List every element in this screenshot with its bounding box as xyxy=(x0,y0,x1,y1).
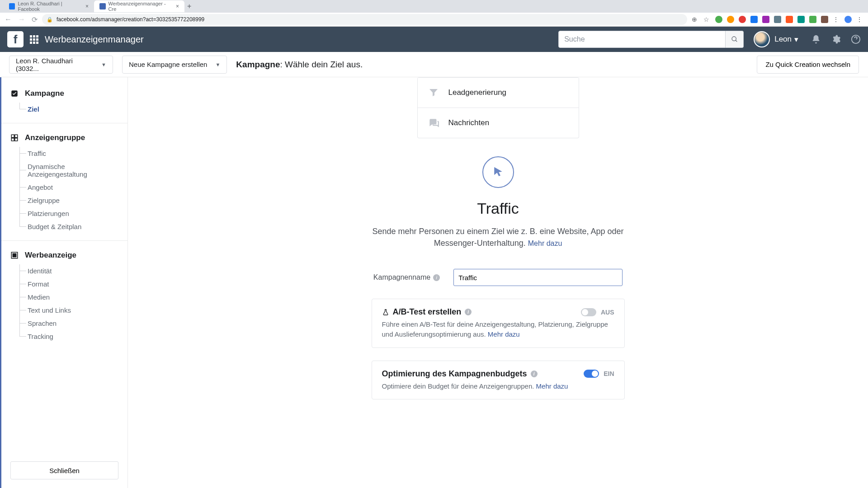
abtest-card: A/B-Test erstellen i AUS Führe einen A/B… xyxy=(372,299,625,348)
browser-tab[interactable]: Werbeanzeigenmanager - Cre × xyxy=(94,0,184,12)
sidebar: Kampagne Ziel Anzeigengruppe Traffic Dyn… xyxy=(0,77,128,488)
more-link[interactable]: Mehr dazu xyxy=(528,239,562,247)
sidebar-item-ziel[interactable]: Ziel xyxy=(15,103,119,116)
menu-icon[interactable]: ⋮ xyxy=(833,16,840,23)
objective-item-leadgen[interactable]: Leadgenerierung xyxy=(418,77,579,108)
search-button[interactable] xyxy=(726,31,744,48)
forward-button[interactable]: → xyxy=(18,15,25,24)
extension-icon[interactable] xyxy=(774,16,781,23)
more-link[interactable]: Mehr dazu xyxy=(488,330,520,338)
extension-icon[interactable] xyxy=(797,16,805,23)
gear-icon xyxy=(831,34,841,44)
funnel-icon xyxy=(428,87,439,99)
sidebar-section-campaign: Kampagne Ziel xyxy=(1,84,127,118)
sidebar-item-languages[interactable]: Sprachen xyxy=(15,317,119,330)
sidebar-item-placements[interactable]: Platzierungen xyxy=(15,207,119,220)
abtest-toggle[interactable] xyxy=(581,308,596,316)
label-text: Kampagnenname xyxy=(373,273,430,282)
apps-grid-icon[interactable] xyxy=(30,35,38,44)
extension-icon[interactable] xyxy=(762,16,769,23)
user-menu[interactable]: Leon ▾ xyxy=(774,35,798,44)
more-link[interactable]: Mehr dazu xyxy=(536,382,568,390)
sidebar-item-identity[interactable]: Identität xyxy=(15,264,119,277)
help-icon[interactable] xyxy=(851,34,861,44)
breadcrumb: Kampagne: Wähle dein Ziel aus. xyxy=(236,60,363,70)
svg-point-0 xyxy=(732,37,736,41)
objective-item-messages[interactable]: Nachrichten xyxy=(418,108,579,138)
profile-avatar-icon[interactable] xyxy=(844,16,852,23)
zoom-icon[interactable]: ⊕ xyxy=(692,16,699,23)
nav-arrows: ← → ⟳ xyxy=(5,15,38,24)
budget-description: Optimiere dein Budget für deine Anzeigen… xyxy=(382,381,614,391)
sidebar-item-media[interactable]: Medien xyxy=(15,291,119,304)
extension-icon[interactable] xyxy=(821,16,828,23)
info-icon[interactable]: i xyxy=(531,371,538,377)
extension-icon[interactable] xyxy=(727,16,734,23)
favicon-icon xyxy=(99,3,106,9)
sidebar-item-audience[interactable]: Zielgruppe xyxy=(15,194,119,207)
extension-icon[interactable] xyxy=(750,16,758,23)
toolbar: Leon R. Chaudhari (3032... ▼ Neue Kampag… xyxy=(0,52,868,77)
star-icon[interactable]: ☆ xyxy=(703,16,711,23)
new-tab-button[interactable]: + xyxy=(187,2,191,10)
traffic-hero-icon xyxy=(482,156,514,188)
browser-tab[interactable]: Leon R. Chaudhari | Facebook × xyxy=(4,0,94,12)
abtest-description: Führe einen A/B-Test für deine Anzeigeng… xyxy=(382,319,614,339)
chevron-down-icon: ▾ xyxy=(794,35,798,44)
close-tab-icon[interactable]: × xyxy=(176,3,179,9)
breadcrumb-rest: : Wähle dein Ziel aus. xyxy=(280,60,363,69)
sidebar-heading[interactable]: Werbeanzeige xyxy=(9,251,119,260)
quick-creation-button[interactable]: Zu Quick Creation wechseln xyxy=(757,56,859,74)
sidebar-section-ad: Werbeanzeige Identität Format Medien Tex… xyxy=(1,245,127,346)
toggle-state-label: AUS xyxy=(601,309,614,316)
sidebar-item-dynamic[interactable]: Dynamische Anzeigengestaltung xyxy=(15,160,119,181)
url-input[interactable]: 🔒 facebook.com/adsmanager/creation?act=3… xyxy=(42,14,687,25)
address-bar: ← → ⟳ 🔒 facebook.com/adsmanager/creation… xyxy=(0,13,868,26)
close-tab-icon[interactable]: × xyxy=(85,3,89,9)
campaign-dropdown-label: Neue Kampagne erstellen xyxy=(129,61,207,68)
campaign-name-input[interactable] xyxy=(453,269,623,286)
sidebar-item-format[interactable]: Format xyxy=(15,277,119,291)
sidebar-item-budget[interactable]: Budget & Zeitplan xyxy=(15,220,119,233)
extension-icon[interactable] xyxy=(715,16,722,23)
sidebar-item-label: Identität xyxy=(28,267,52,275)
chevron-down-icon: ▼ xyxy=(101,62,106,67)
bell-icon xyxy=(811,34,821,44)
account-dropdown[interactable]: Leon R. Chaudhari (3032... ▼ xyxy=(9,56,113,74)
sidebar-item-tracking[interactable]: Tracking xyxy=(15,330,119,343)
sidebar-item-text[interactable]: Text und Links xyxy=(15,304,119,317)
campaign-dropdown[interactable]: Neue Kampagne erstellen ▼ xyxy=(122,56,227,74)
username-label: Leon xyxy=(774,35,792,44)
tab-bar: Leon R. Chaudhari | Facebook × Werbeanze… xyxy=(0,0,868,13)
extension-icon[interactable] xyxy=(786,16,793,23)
sidebar-item-traffic[interactable]: Traffic xyxy=(15,147,119,160)
sidebar-heading-label: Kampagne xyxy=(25,89,64,98)
messages-icon xyxy=(428,117,439,129)
budget-title: Optimierung des Kampagnenbudgets i xyxy=(382,369,538,379)
extension-icon[interactable] xyxy=(739,16,746,23)
title-text: Optimierung des Kampagnenbudgets xyxy=(382,369,527,379)
kebab-icon[interactable]: ⋮ xyxy=(856,16,863,23)
facebook-logo[interactable]: f xyxy=(7,31,24,47)
notifications-icon[interactable] xyxy=(811,34,821,44)
sidebar-heading-label: Anzeigengruppe xyxy=(25,133,85,142)
objective-title: Traffic xyxy=(477,200,519,217)
extension-icon[interactable] xyxy=(809,16,816,23)
settings-icon[interactable] xyxy=(831,34,841,44)
question-icon xyxy=(851,34,861,44)
close-button[interactable]: Schließen xyxy=(10,461,118,479)
search-input[interactable]: Suche xyxy=(558,31,726,48)
reload-button[interactable]: ⟳ xyxy=(32,15,38,24)
tab-title: Leon R. Chaudhari | Facebook xyxy=(18,1,83,12)
svg-rect-7 xyxy=(15,138,18,141)
sidebar-heading[interactable]: Kampagne xyxy=(9,89,119,98)
back-button[interactable]: ← xyxy=(5,15,12,24)
sidebar-item-label: Ziel xyxy=(28,105,39,113)
budget-toggle[interactable] xyxy=(584,370,599,378)
sidebar-item-offer[interactable]: Angebot xyxy=(15,181,119,194)
info-icon[interactable]: i xyxy=(433,274,440,281)
sidebar-heading[interactable]: Anzeigengruppe xyxy=(9,133,119,142)
info-icon[interactable]: i xyxy=(465,309,472,315)
svg-rect-4 xyxy=(11,135,14,137)
user-avatar[interactable] xyxy=(754,31,770,47)
